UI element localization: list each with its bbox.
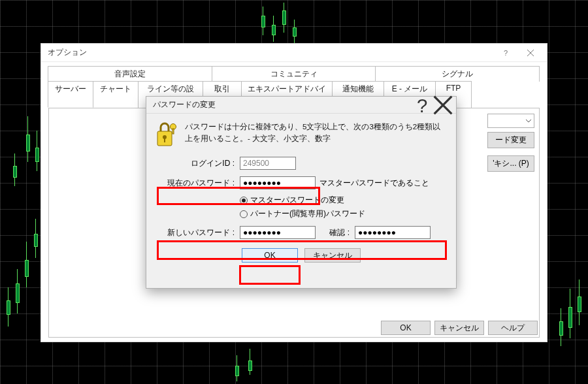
label-login-id: ログインID :	[156, 158, 240, 169]
tab-audio[interactable]: 音声設定	[48, 66, 212, 82]
options-title: オプション	[48, 47, 493, 58]
new-password-field[interactable]	[240, 226, 316, 239]
radio-partner[interactable]: パートナー(閲覧専用)パスワード	[240, 208, 365, 219]
lock-icon	[156, 121, 178, 148]
pw-body: パスワードは十分に複雑であり、5文字以上で、次の3種類のうち2種類以上を用いるこ…	[146, 114, 456, 269]
options-dialog-buttons: OK キャンセル ヘルプ	[381, 321, 538, 335]
current-pw-note: マスターパスワードであること	[319, 178, 429, 189]
login-id-field	[240, 157, 296, 170]
svg-text:?: ?	[504, 49, 508, 57]
chevron-down-icon	[526, 118, 531, 123]
svg-rect-6	[172, 129, 174, 134]
pw-buttons: OK キャンセル	[156, 248, 446, 263]
pw-instructions: パスワードは十分に複雑であり、5文字以上で、次の3種類のうち2種類以上を用いるこ…	[185, 121, 446, 148]
pw-cancel-button[interactable]: キャンセル	[304, 248, 361, 263]
close-button[interactable]	[518, 44, 543, 61]
radio-master-label: マスターパスワードの変更	[250, 195, 344, 206]
confirm-password-field[interactable]	[355, 226, 431, 239]
pw-title: パスワードの変更	[153, 99, 412, 110]
label-current-pw: 現在のパスワード :	[156, 178, 240, 189]
pw-ok-button[interactable]: OK	[242, 248, 298, 263]
radio-master-dot	[240, 197, 248, 204]
change-password-button-peek[interactable]: ード変更	[487, 132, 534, 148]
radio-master[interactable]: マスターパスワードの変更	[240, 195, 344, 206]
ok-button[interactable]: OK	[381, 321, 431, 335]
pw-close-button[interactable]	[433, 97, 453, 113]
options-titlebar: オプション ?	[41, 44, 547, 62]
tab-signal[interactable]: シグナル	[375, 66, 540, 82]
cancel-button[interactable]: キャンセル	[434, 321, 484, 335]
tab-chart[interactable]: チャート	[93, 81, 139, 108]
proxy-button-peek[interactable]: 'キシ... (P)	[487, 155, 534, 172]
help-button[interactable]: ?	[493, 44, 518, 61]
highlight-ok	[239, 265, 301, 285]
server-select[interactable]	[487, 114, 534, 128]
password-change-dialog: パスワードの変更 ? パスワードは十分に複雑であり、5文字以上で、次の3種類のう…	[146, 96, 457, 289]
tab-community[interactable]: コミュニティ	[212, 66, 376, 82]
svg-rect-4	[164, 138, 165, 142]
tab-server[interactable]: サーバー	[48, 81, 93, 108]
pw-intro: パスワードは十分に複雑であり、5文字以上で、次の3種類のうち2種類以上を用いるこ…	[156, 121, 446, 148]
tab-row-upper: 音声設定 コミュニティ シグナル	[48, 66, 540, 82]
label-confirm: 確認 :	[316, 227, 355, 238]
svg-text:?: ?	[417, 95, 427, 116]
radio-partner-label: パートナー(閲覧専用)パスワード	[250, 208, 365, 219]
help-button-bottom[interactable]: ヘルプ	[488, 321, 538, 335]
pw-titlebar: パスワードの変更 ?	[146, 97, 456, 114]
label-new-pw: 新しいパスワード :	[156, 227, 240, 238]
pw-help-button[interactable]: ?	[412, 97, 433, 113]
radio-partner-dot	[240, 210, 248, 218]
current-password-field[interactable]	[240, 176, 316, 189]
